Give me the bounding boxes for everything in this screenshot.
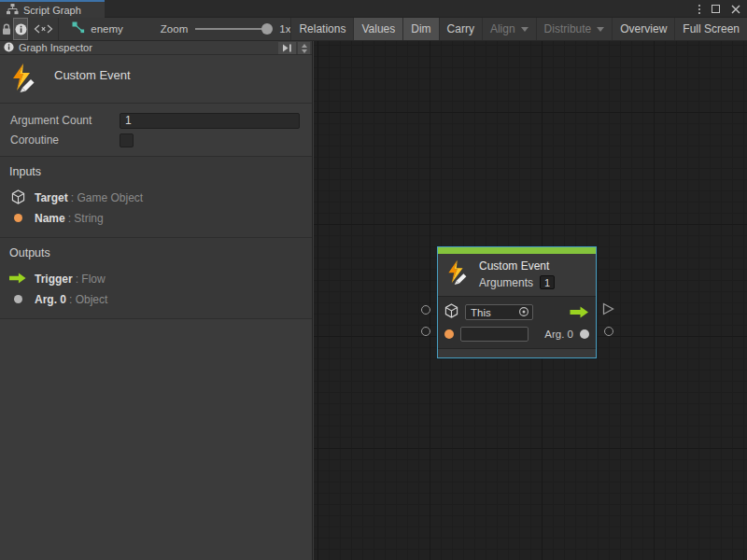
node-title: Custom Event — [479, 259, 555, 273]
align-dropdown[interactable]: Align — [482, 18, 536, 40]
inspector-title: Graph Inspector — [19, 42, 92, 53]
window-menu-icon[interactable] — [698, 5, 700, 14]
outputs-section: Outputs Trigger: Flow Arg. 0: Object — [0, 238, 312, 319]
port-name: Name — [35, 212, 65, 225]
port-name: Arg. 0 — [35, 293, 66, 306]
maximize-icon[interactable] — [712, 5, 720, 13]
relations-button[interactable]: Relations — [290, 18, 353, 40]
list-item: Target: Game Object — [9, 187, 303, 207]
tab-script-graph[interactable]: Script Graph — [0, 0, 105, 18]
coroutine-checkbox[interactable] — [120, 133, 134, 147]
chevron-down-icon — [597, 27, 604, 32]
string-port-icon — [14, 214, 22, 222]
graph-name-label: enemy — [91, 23, 123, 35]
list-item: Trigger: Flow — [9, 268, 303, 288]
close-icon[interactable] — [731, 1, 740, 18]
outputs-title: Outputs — [9, 246, 303, 259]
coroutine-label: Coroutine — [10, 133, 120, 147]
object-picker-icon[interactable] — [518, 304, 529, 321]
node-arguments-label: Arguments — [479, 276, 533, 289]
tab-label: Script Graph — [23, 5, 81, 16]
distribute-dropdown[interactable]: Distribute — [536, 18, 613, 40]
object-port-icon — [580, 329, 589, 339]
title-bar: Script Graph — [0, 0, 747, 18]
node-footer — [438, 348, 596, 357]
port-type: : Game Object — [71, 191, 143, 204]
lock-icon[interactable] — [0, 18, 13, 40]
inspector-header: Graph Inspector — [0, 41, 312, 55]
zoom-slider-handle[interactable] — [261, 23, 273, 35]
node-output-port-arg0[interactable] — [604, 327, 613, 336]
inputs-title: Inputs — [9, 165, 303, 178]
target-value: This — [471, 307, 491, 318]
spinner-down-icon[interactable] — [302, 49, 307, 53]
arg0-label: Arg. 0 — [544, 329, 573, 340]
node-input-port-target[interactable] — [421, 305, 430, 315]
argument-count-label: Argument Count — [10, 114, 120, 127]
overview-button[interactable]: Overview — [612, 18, 674, 40]
flow-arrow-icon — [9, 273, 26, 284]
carry-button[interactable]: Carry — [439, 18, 482, 40]
spinner-up-icon[interactable] — [302, 44, 307, 48]
string-port-icon — [444, 329, 454, 339]
node-header[interactable]: Custom Event Arguments — [438, 254, 596, 297]
zoom-control: Zoom 1x — [161, 18, 291, 40]
toolbar-buttons: Relations Values Dim Carry Align Distrib… — [290, 18, 747, 40]
event-title: Custom Event — [54, 68, 131, 82]
argument-count-input[interactable] — [120, 113, 300, 129]
graph-breadcrumb[interactable]: enemy — [59, 18, 134, 40]
info-circle-icon — [4, 39, 14, 56]
cube-icon — [444, 303, 458, 322]
custom-event-icon — [445, 259, 471, 288]
chevron-down-icon — [521, 27, 529, 32]
values-button[interactable]: Values — [353, 18, 402, 40]
cube-icon — [9, 189, 26, 204]
event-header-block: Custom Event — [0, 55, 312, 104]
custom-event-icon — [9, 63, 39, 96]
port-name: Target — [35, 191, 68, 204]
script-graph-icon — [7, 2, 19, 19]
graph-inspector-panel: Graph Inspector Custom Event Argument Co… — [0, 41, 313, 560]
port-name: Trigger — [35, 273, 73, 286]
panel-spinner[interactable] — [298, 42, 310, 54]
node-body[interactable]: Custom Event Arguments This — [437, 246, 597, 358]
port-type: : Flow — [76, 273, 106, 286]
zoom-value: 1x — [279, 23, 290, 35]
flow-arrow-icon — [570, 306, 589, 318]
code-view-icon[interactable] — [28, 18, 60, 40]
zoom-label: Zoom — [161, 23, 188, 35]
list-item: Arg. 0: Object — [9, 288, 303, 309]
node-graph-icon — [72, 21, 85, 37]
graph-canvas[interactable]: Custom Event Arguments This — [314, 41, 747, 560]
node-output-port-trigger[interactable] — [602, 302, 614, 319]
node-ports: This Arg. 0 — [438, 297, 596, 348]
port-type: : Object — [69, 293, 107, 306]
node-input-port-name[interactable] — [421, 327, 430, 336]
node-color-bar — [438, 247, 596, 254]
arg0-value-input[interactable] — [460, 327, 529, 342]
target-object-dropdown[interactable]: This — [465, 304, 533, 320]
dim-button[interactable]: Dim — [402, 18, 438, 40]
event-fields: Argument Count Coroutine — [0, 104, 312, 157]
port-type: : String — [68, 212, 104, 225]
custom-event-node[interactable]: Custom Event Arguments This — [437, 246, 597, 358]
list-item: Name: String — [9, 207, 303, 228]
zoom-slider[interactable] — [195, 28, 268, 30]
object-port-icon — [14, 295, 22, 303]
dock-panel-icon[interactable] — [278, 42, 296, 54]
full-screen-button[interactable]: Full Screen — [674, 18, 747, 40]
node-arguments-input[interactable] — [540, 275, 555, 289]
inspector-toggle-button[interactable] — [13, 18, 27, 40]
inputs-section: Inputs Target: Game Object Name: String — [0, 157, 312, 238]
graph-toolbar: enemy Zoom 1x Relations Values Dim Carry… — [0, 18, 747, 41]
